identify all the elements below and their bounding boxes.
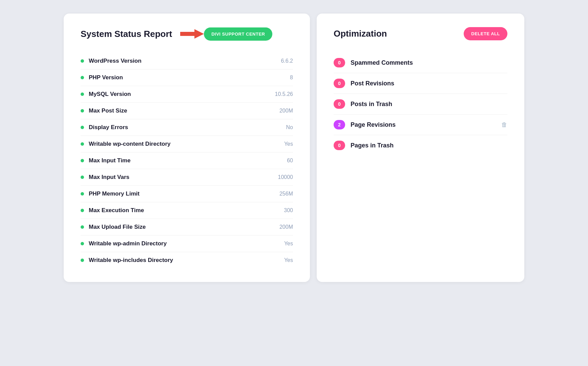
opt-badge-2: 0 — [334, 99, 345, 109]
status-item-left-2: MySQL Version — [81, 91, 131, 98]
system-status-card: System Status Report DIVI SUPPORT CENTER… — [64, 14, 310, 282]
divi-support-center-button[interactable]: DIVI SUPPORT CENTER — [204, 27, 272, 41]
status-item: Max Input Vars 10000 — [81, 169, 293, 186]
status-label-11: Writable wp-admin Directory — [89, 240, 167, 247]
status-label-6: Max Input Time — [89, 157, 130, 164]
status-dot-7 — [81, 176, 84, 179]
opt-item: 0 Spammed Comments — [334, 53, 507, 73]
status-item-left-3: Max Post Size — [81, 107, 127, 114]
status-label-8: PHP Memory Limit — [89, 190, 140, 197]
left-card-header: System Status Report DIVI SUPPORT CENTER — [81, 27, 293, 41]
optimization-title: Optimization — [334, 28, 387, 39]
opt-badge-1: 0 — [334, 79, 345, 88]
status-dot-12 — [81, 259, 84, 262]
optimization-card: Optimization DELETE ALL 0 Spammed Commen… — [317, 14, 524, 282]
status-value-7: 10000 — [278, 174, 293, 180]
status-value-4: No — [286, 124, 293, 130]
arrow-button-group: DIVI SUPPORT CENTER — [180, 27, 272, 41]
status-value-11: Yes — [284, 241, 293, 247]
status-label-4: Display Errors — [89, 124, 128, 131]
status-label-3: Max Post Size — [89, 107, 127, 114]
status-item: PHP Version 8 — [81, 69, 293, 86]
status-label-12: Writable wp-includes Directory — [89, 257, 173, 264]
status-item-left-9: Max Execution Time — [81, 207, 144, 214]
status-value-9: 300 — [284, 207, 293, 214]
status-value-0: 6.6.2 — [281, 58, 293, 64]
opt-label-4: Pages in Trash — [351, 142, 507, 149]
status-item-left-12: Writable wp-includes Directory — [81, 257, 173, 264]
svg-marker-0 — [180, 29, 204, 39]
status-label-0: WordPress Version — [89, 58, 142, 64]
status-item-left-5: Writable wp-content Directory — [81, 141, 171, 147]
status-label-5: Writable wp-content Directory — [89, 141, 171, 147]
opt-label-0: Spammed Comments — [351, 59, 507, 66]
opt-item: 0 Posts in Trash — [334, 94, 507, 115]
opt-item: 0 Pages in Trash — [334, 135, 507, 156]
status-item: Max Upload File Size 200M — [81, 219, 293, 236]
status-dot-4 — [81, 126, 84, 129]
status-dot-1 — [81, 76, 84, 79]
opt-badge-0: 0 — [334, 58, 345, 67]
status-item: Max Input Time 60 — [81, 152, 293, 169]
status-item-left-10: Max Upload File Size — [81, 224, 146, 230]
opt-label-1: Post Revisions — [351, 80, 507, 87]
opt-label-3: Page Revisions — [351, 121, 496, 128]
status-dot-6 — [81, 159, 84, 162]
status-item-left-11: Writable wp-admin Directory — [81, 240, 167, 247]
status-item-left-1: PHP Version — [81, 74, 123, 81]
status-value-1: 8 — [290, 75, 293, 81]
trash-icon-3[interactable]: 🗑 — [501, 121, 507, 128]
status-dot-11 — [81, 242, 84, 245]
status-value-3: 200M — [279, 108, 293, 114]
status-label-7: Max Input Vars — [89, 174, 129, 181]
status-item: Writable wp-includes Directory Yes — [81, 252, 293, 268]
status-item: Writable wp-content Directory Yes — [81, 136, 293, 152]
status-dot-3 — [81, 109, 84, 113]
optimization-list: 0 Spammed Comments 0 Post Revisions 0 Po… — [334, 53, 507, 156]
status-value-2: 10.5.26 — [275, 91, 293, 97]
status-item: PHP Memory Limit 256M — [81, 186, 293, 202]
opt-label-2: Posts in Trash — [351, 101, 507, 108]
status-item-left-8: PHP Memory Limit — [81, 190, 140, 197]
status-dot-8 — [81, 192, 84, 196]
opt-item: 0 Post Revisions — [334, 73, 507, 94]
status-dot-10 — [81, 225, 84, 229]
status-value-6: 60 — [287, 158, 293, 164]
status-item: MySQL Version 10.5.26 — [81, 86, 293, 103]
right-card-header: Optimization DELETE ALL — [334, 27, 507, 40]
status-dot-0 — [81, 59, 84, 63]
status-item: WordPress Version 6.6.2 — [81, 53, 293, 69]
status-label-2: MySQL Version — [89, 91, 131, 98]
status-item: Max Execution Time 300 — [81, 202, 293, 219]
status-item: Max Post Size 200M — [81, 103, 293, 119]
status-item-left-6: Max Input Time — [81, 157, 130, 164]
status-dot-5 — [81, 142, 84, 146]
system-status-title: System Status Report — [81, 29, 172, 39]
status-dot-2 — [81, 93, 84, 96]
page-wrapper: System Status Report DIVI SUPPORT CENTER… — [64, 14, 524, 282]
opt-badge-4: 0 — [334, 141, 345, 150]
status-dot-9 — [81, 209, 84, 212]
status-list: WordPress Version 6.6.2 PHP Version 8 My… — [81, 53, 293, 268]
status-label-1: PHP Version — [89, 74, 123, 81]
status-label-9: Max Execution Time — [89, 207, 144, 214]
status-label-10: Max Upload File Size — [89, 224, 146, 230]
opt-item: 2 Page Revisions 🗑 — [334, 115, 507, 135]
status-item: Writable wp-admin Directory Yes — [81, 236, 293, 252]
status-value-5: Yes — [284, 141, 293, 147]
status-value-12: Yes — [284, 257, 293, 263]
status-value-8: 256M — [279, 191, 293, 197]
status-item: Display Errors No — [81, 119, 293, 136]
status-item-left-0: WordPress Version — [81, 58, 142, 64]
arrow-icon — [180, 27, 204, 41]
status-item-left-4: Display Errors — [81, 124, 128, 131]
status-item-left-7: Max Input Vars — [81, 174, 129, 181]
status-value-10: 200M — [279, 224, 293, 230]
opt-badge-3: 2 — [334, 120, 345, 129]
delete-all-button[interactable]: DELETE ALL — [464, 27, 507, 40]
